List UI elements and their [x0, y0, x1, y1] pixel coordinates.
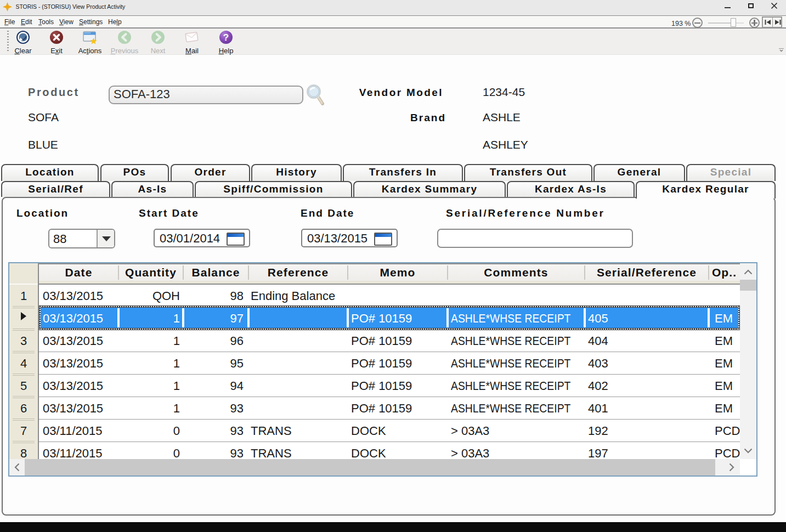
svg-text:?: ? — [223, 32, 229, 43]
